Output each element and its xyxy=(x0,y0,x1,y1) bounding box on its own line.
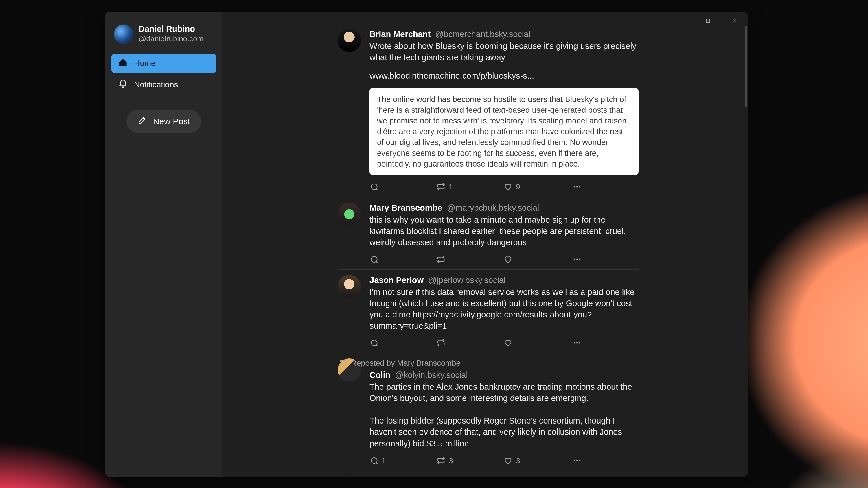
post-actions: 1 3 3 xyxy=(370,456,639,465)
post-avatar[interactable] xyxy=(338,275,361,298)
post[interactable]: Brian Merchant @bcmerchant.bsky.social W… xyxy=(338,29,639,197)
repost-button[interactable]: 3 xyxy=(437,456,504,465)
compose-icon xyxy=(137,116,147,127)
post-avatar[interactable] xyxy=(338,29,361,52)
repost-icon xyxy=(339,358,347,368)
sidebar-item-label: Home xyxy=(134,59,156,68)
profile-header[interactable]: Daniel Rubino @danielrubino.com xyxy=(112,19,216,52)
repost-indicator[interactable]: Reposted by Mary Branscombe xyxy=(339,358,639,368)
svg-point-12 xyxy=(579,342,580,344)
sidebar-item-label: Notifications xyxy=(134,80,178,89)
close-button[interactable] xyxy=(721,11,748,30)
repost-count: 1 xyxy=(449,183,453,191)
svg-point-7 xyxy=(574,258,575,260)
more-button[interactable] xyxy=(572,183,581,191)
svg-point-14 xyxy=(576,460,578,461)
repost-button[interactable] xyxy=(437,338,504,347)
minimize-button[interactable] xyxy=(668,11,695,30)
post-actions xyxy=(370,255,639,264)
repost-button[interactable]: 1 xyxy=(437,183,504,191)
like-button[interactable]: 3 xyxy=(504,456,571,465)
reply-button[interactable] xyxy=(370,183,437,191)
reply-button[interactable] xyxy=(370,255,437,264)
repost-indicator[interactable]: Reposted by Mary Branscombe xyxy=(339,477,639,477)
like-button[interactable] xyxy=(504,338,571,347)
post-header: Mary Branscombe @marypcbuk.bsky.social xyxy=(370,203,639,214)
repost-button[interactable] xyxy=(437,255,504,264)
like-button[interactable] xyxy=(504,255,571,264)
post-author[interactable]: Mary Branscombe xyxy=(370,203,442,213)
post[interactable]: Mary Branscombe @marypcbuk.bsky.social t… xyxy=(338,197,639,270)
new-post-label: New Post xyxy=(153,117,190,126)
post-author[interactable]: Jason Perlow xyxy=(370,275,424,285)
feed: Brian Merchant @bcmerchant.bsky.social W… xyxy=(338,11,639,477)
scrollbar-thumb[interactable] xyxy=(745,26,747,107)
user-handle: @danielrubino.com xyxy=(138,34,204,44)
svg-point-9 xyxy=(579,258,580,260)
post-actions: 1 9 xyxy=(370,183,639,191)
maximize-button[interactable] xyxy=(695,11,721,30)
post[interactable]: Reposted by Mary Branscombe jamelle @jam… xyxy=(338,471,639,477)
like-count: 3 xyxy=(516,456,520,465)
svg-point-13 xyxy=(574,460,575,461)
post-text: this is why you want to take a minute an… xyxy=(370,214,639,248)
svg-point-8 xyxy=(576,258,578,260)
svg-point-11 xyxy=(576,342,578,344)
new-post-button[interactable]: New Post xyxy=(126,110,201,133)
sidebar-item-notifications[interactable]: Notifications xyxy=(112,75,216,94)
sidebar: Daniel Rubino @danielrubino.com Home Not… xyxy=(105,11,222,477)
post-header: Brian Merchant @bcmerchant.bsky.social xyxy=(370,29,639,40)
more-button[interactable] xyxy=(572,255,581,264)
post-avatar[interactable] xyxy=(338,203,361,226)
svg-point-15 xyxy=(579,460,580,461)
reply-button[interactable] xyxy=(370,338,437,347)
post[interactable]: Reposted by Mary Branscombe Colin @kolyi… xyxy=(338,353,639,471)
post-author[interactable]: Brian Merchant xyxy=(370,30,431,39)
home-icon xyxy=(118,58,128,69)
user-display-name: Daniel Rubino xyxy=(138,24,204,34)
like-count: 9 xyxy=(516,183,520,191)
app-window: Daniel Rubino @danielrubino.com Home Not… xyxy=(105,11,748,477)
timeline: Brian Merchant @bcmerchant.bsky.social W… xyxy=(222,11,748,477)
like-button[interactable]: 9 xyxy=(504,183,571,191)
post-actions xyxy=(370,338,639,347)
repost-count: 3 xyxy=(449,456,453,465)
window-controls xyxy=(668,11,748,30)
post-handle[interactable]: @jperlow.bsky.social xyxy=(428,275,505,285)
svg-point-6 xyxy=(579,186,580,188)
post-handle[interactable]: @kolyin.bsky.social xyxy=(395,370,468,380)
post-handle[interactable]: @bcmerchant.bsky.social xyxy=(435,30,530,39)
svg-rect-1 xyxy=(707,20,710,23)
post-text: The parties in the Alex Jones bankruptcy… xyxy=(370,381,639,449)
reply-button[interactable]: 1 xyxy=(370,456,437,465)
repost-label: Reposted by Mary Branscombe xyxy=(351,359,460,368)
user-avatar xyxy=(114,24,133,44)
post[interactable]: Jason Perlow @jperlow.bsky.social I'm no… xyxy=(338,270,639,353)
post-author[interactable]: Colin xyxy=(370,370,391,380)
more-button[interactable] xyxy=(572,456,581,465)
more-button[interactable] xyxy=(572,338,581,347)
sidebar-nav: Home Notifications xyxy=(112,54,216,94)
post-link[interactable]: www.bloodinthemachine.com/p/blueskys-s..… xyxy=(370,71,639,80)
post-text: Wrote about how Bluesky is booming becau… xyxy=(370,40,639,63)
svg-point-4 xyxy=(574,186,575,188)
repost-icon xyxy=(339,477,347,477)
reply-count: 1 xyxy=(382,456,386,465)
svg-point-5 xyxy=(576,186,578,188)
quote-card[interactable]: The online world has become so hostile t… xyxy=(370,88,639,175)
svg-point-10 xyxy=(574,342,575,344)
bell-icon xyxy=(118,79,128,91)
post-header: Jason Perlow @jperlow.bsky.social xyxy=(370,275,639,286)
sidebar-item-home[interactable]: Home xyxy=(112,54,216,73)
post-text: I'm not sure if this data removal servic… xyxy=(370,287,639,332)
post-handle[interactable]: @marypcbuk.bsky.social xyxy=(447,203,539,213)
post-header: Colin @kolyin.bsky.social xyxy=(370,370,639,381)
